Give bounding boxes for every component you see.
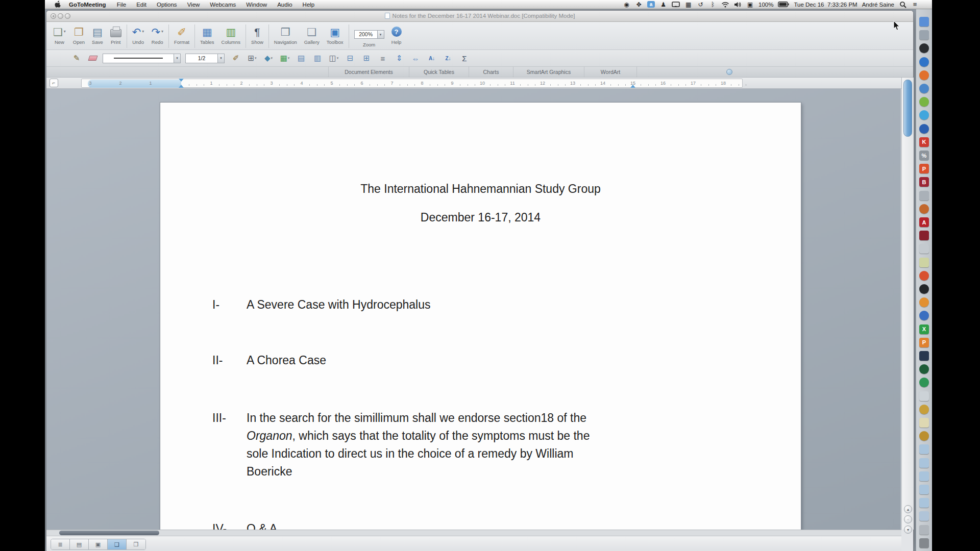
hanging-indent-marker[interactable] [179, 85, 184, 88]
help-button[interactable]: ?Help [388, 24, 405, 45]
navigation-button[interactable]: ❒Navigation [271, 24, 301, 45]
draw-table-icon[interactable]: ✎ [70, 53, 83, 64]
document-page[interactable]: The International Hahnemannian Study Gro… [160, 103, 801, 530]
automator-icon[interactable]: ♟ [659, 1, 667, 9]
document-proxy-icon[interactable] [385, 13, 390, 19]
horizontal-scrollbar[interactable] [46, 530, 901, 536]
borders-icon[interactable]: ⊞▾ [246, 53, 259, 64]
active-app-menu[interactable]: GoToMeeting [63, 2, 112, 8]
battery-icon[interactable] [778, 1, 789, 9]
dock-app-icon[interactable]: B [919, 177, 929, 187]
horizontal-scrollbar-thumb[interactable] [59, 531, 159, 535]
sort-ascending-icon[interactable]: A↓ [425, 53, 438, 64]
dropdown-arrow[interactable]: ▾ [174, 54, 181, 63]
undo-button[interactable]: ↶▾Undo [129, 24, 148, 45]
dropdown-arrow[interactable]: ▾ [288, 56, 290, 60]
wifi-icon[interactable] [721, 1, 729, 9]
align-cells-icon[interactable]: ≡ [376, 53, 389, 64]
fast-user-switch-menu[interactable]: André Saine [862, 2, 894, 8]
dock-app-icon[interactable] [919, 271, 929, 281]
select-browse-object-button[interactable]: ◦ [904, 515, 912, 523]
apple-menu-icon[interactable] [52, 1, 63, 9]
dock-app-icon[interactable] [919, 244, 929, 254]
print-button[interactable]: Print [107, 24, 125, 45]
previous-page-button[interactable]: ▴ [904, 505, 912, 513]
airplay-display-icon[interactable] [672, 1, 680, 9]
tab-stop-selector[interactable]: ⌐ [50, 79, 58, 87]
insert-rows-icon[interactable]: ▤ [295, 53, 308, 64]
tab-smartart-graphics[interactable]: SmartArt Graphics [513, 67, 584, 77]
dock-app-icon[interactable] [919, 364, 929, 374]
textexpander-icon[interactable]: a [647, 1, 655, 8]
dock-app-icon[interactable]: P [919, 338, 929, 347]
zoom-button[interactable]: 200%▾Zoom [351, 24, 388, 48]
bluetooth-icon[interactable]: ᛒ [709, 1, 717, 9]
dropbox-icon[interactable]: ✥ [635, 1, 643, 9]
new-button[interactable]: ❏▾New [50, 24, 69, 45]
dock-app-icon[interactable] [919, 191, 929, 201]
tab-wordart[interactable]: WordArt [584, 67, 637, 77]
menu-item-file[interactable]: File [112, 2, 132, 8]
eraser-icon[interactable] [86, 53, 100, 64]
gallery-button[interactable]: ❑Gallery [301, 24, 323, 45]
web-layout-view-button[interactable]: ▤ [70, 539, 89, 549]
dock-app-icon[interactable] [919, 124, 929, 134]
line-weight-select[interactable]: 1/2▾ [185, 54, 218, 63]
vertical-scrollbar[interactable]: ▴ ◦ ▾ [901, 78, 914, 530]
insert-table-icon[interactable]: ▦▾ [278, 53, 291, 64]
vertical-scrollbar-thumb[interactable] [903, 80, 912, 137]
dock-app-icon[interactable] [919, 84, 929, 93]
dock-app-icon[interactable] [919, 231, 929, 240]
dropdown-arrow[interactable]: ▾ [142, 30, 144, 34]
shading-icon[interactable]: ◆▾ [262, 53, 275, 64]
dock-app-icon[interactable] [919, 378, 929, 387]
ichat-icon[interactable]: ▣ [746, 1, 754, 9]
border-color-icon[interactable]: ✐ [229, 53, 242, 64]
save-button[interactable]: ▤Save [88, 24, 107, 45]
show-button[interactable]: ¶Show [248, 24, 267, 45]
dock-app-icon[interactable] [919, 57, 929, 67]
open-button[interactable]: ❐Open [69, 24, 88, 45]
dock-folder-icon[interactable] [919, 511, 929, 521]
dock-app-icon[interactable] [919, 258, 929, 267]
battery-percent[interactable]: 100% [758, 1, 773, 9]
dock-app-icon[interactable] [919, 17, 929, 27]
notification-center-icon[interactable]: ≡ [911, 1, 919, 9]
toolbox-button[interactable]: ▣Toolbox [323, 24, 347, 45]
dock-app-icon[interactable] [919, 97, 929, 107]
document-area[interactable]: The International Hahnemannian Study Gro… [46, 89, 901, 530]
volume-icon[interactable] [734, 1, 742, 9]
distribute-rows-icon[interactable]: ⇕ [393, 53, 406, 64]
dock-app-icon[interactable] [919, 351, 929, 361]
menu-item-audio[interactable]: Audio [272, 2, 297, 8]
first-line-indent-marker[interactable] [179, 79, 184, 82]
columns-button[interactable]: ▥Columns [218, 24, 244, 45]
window-title-bar[interactable]: Notes for the December 16-17 2014 Webina… [46, 11, 913, 22]
gallery-toggle-button[interactable] [726, 69, 732, 75]
dock-folder-icon[interactable] [919, 471, 929, 481]
merge-cells-icon[interactable]: ◫▾ [327, 53, 340, 64]
draft-view-button[interactable]: ≣ [51, 539, 70, 549]
split-table-icon[interactable]: ⊞ [360, 53, 373, 64]
dock-app-icon[interactable] [919, 525, 929, 535]
menu-item-help[interactable]: Help [298, 2, 320, 8]
tab-quick-tables[interactable]: Quick Tables [409, 67, 469, 77]
dock-app-icon[interactable] [919, 204, 929, 214]
insert-columns-icon[interactable]: ▥ [311, 53, 324, 64]
dock-app-icon[interactable] [919, 30, 929, 40]
dock-app-icon[interactable] [919, 431, 929, 441]
menu-item-webcams[interactable]: Webcams [205, 2, 241, 8]
dock-app-icon[interactable] [919, 110, 929, 120]
dock-app-icon[interactable] [919, 405, 929, 414]
dock-app-icon[interactable]: X [919, 324, 929, 334]
time-machine-icon[interactable]: ↺ [697, 1, 704, 9]
autosum-icon[interactable]: Σ [458, 53, 471, 64]
sort-descending-icon[interactable]: Z↓ [442, 53, 455, 64]
outline-view-button[interactable]: ▣ [89, 539, 108, 549]
dock-app-icon[interactable] [919, 43, 929, 53]
dock-app-icon[interactable]: % [919, 151, 929, 160]
dropdown-arrow[interactable]: ▾ [271, 56, 273, 60]
format-button[interactable]: ✐Format [170, 24, 193, 45]
tab-charts[interactable]: Charts [469, 67, 513, 77]
dock-folder-icon[interactable] [919, 458, 929, 468]
